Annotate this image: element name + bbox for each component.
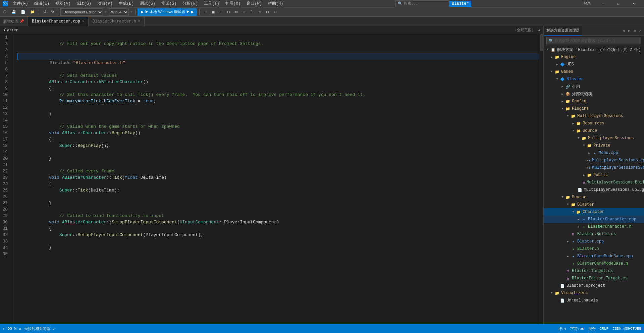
tree-blaster-char-h[interactable]: ▶ ✦ BlasterCharacter.h [544, 223, 644, 230]
toolbar-btn-5[interactable]: ⊛ [233, 8, 240, 16]
toolbar-btn-8[interactable]: ⊞ [256, 8, 263, 16]
tree-private[interactable]: ▼ 📁 Private [544, 142, 644, 149]
tree-mp-src[interactable]: ▼ 📁 MultiplayerSessions [544, 134, 644, 142]
tree-blaster-src[interactable]: ▼ 📁 Blaster [544, 201, 644, 208]
tree-public[interactable]: ▶ 📁 Public [544, 171, 644, 179]
back-button[interactable]: ⬡ [1, 8, 9, 16]
sol-exp-back-btn[interactable]: ◀ [621, 28, 626, 34]
resources-expand-icon[interactable]: ▶ [571, 121, 576, 126]
tree-resources[interactable]: ▶ 📁 Resources [544, 120, 644, 127]
tree-games[interactable]: ▼ 📁 Games [544, 68, 644, 75]
tree-mp-uplugin[interactable]: ▶ 📄 MultiplayerSessions.uplugin [544, 186, 644, 193]
menu-cpp-expand-icon[interactable]: ▶ [587, 150, 592, 156]
tree-character-folder[interactable]: ▼ 📁 Character [544, 208, 644, 216]
visualizers-expand-icon[interactable]: ▼ [549, 290, 554, 296]
menu-test[interactable]: 测试(S) [159, 0, 179, 7]
close-button[interactable]: ✕ [626, 0, 641, 7]
tree-blaster-build[interactable]: ▶ ⊞ Blaster.Build.cs [544, 230, 644, 238]
ues-expand-icon[interactable]: ▶ [554, 62, 560, 67]
menu-edit[interactable]: 编辑(E) [32, 0, 52, 7]
login-label[interactable]: 登录 [581, 1, 594, 6]
toolbar-btn-1[interactable]: ⊞ [202, 8, 209, 16]
private-expand-icon[interactable]: ▼ [581, 143, 587, 148]
tree-config[interactable]: ▶ 📁 Config [544, 98, 644, 105]
public-expand-icon[interactable]: ▶ [581, 172, 587, 178]
code-content[interactable]: // Fill out your copyright notice in the… [13, 34, 539, 324]
blaster-cpp-expand-icon[interactable]: ▶ [565, 239, 571, 244]
bc-cpp-expand-icon[interactable]: ▶ [576, 217, 581, 222]
toolbar-btn-3[interactable]: ⊡ [217, 8, 224, 16]
source-blaster-expand-icon[interactable]: ▼ [560, 195, 565, 200]
plugins-expand-icon[interactable]: ▼ [560, 106, 565, 111]
mp-sessions-expand-icon[interactable]: ▼ [565, 113, 571, 119]
menu-file[interactable]: 文件(F) [10, 0, 31, 7]
tree-blaster-h[interactable]: ▶ ✦ Blaster.h [544, 245, 644, 253]
config-expand-icon[interactable]: ▶ [560, 99, 565, 104]
menu-tools[interactable]: 工具(T) [201, 0, 222, 7]
tree-blaster-editor-target[interactable]: ▶ ⊞ BlasterEditor.Target.cs [544, 275, 644, 282]
games-expand-icon[interactable]: ▼ [549, 69, 554, 74]
tree-plugins[interactable]: ▼ 📁 Plugins [544, 105, 644, 112]
blaster-src-expand-icon[interactable]: ▼ [565, 202, 571, 207]
tree-blaster-char-cpp[interactable]: ▶ ✦ BlasterCharacter.cpp [544, 216, 644, 223]
platform-dropdown[interactable]: Win64 [108, 8, 129, 16]
toolbar-btn-10[interactable]: ⊙ [272, 8, 279, 16]
toolbar-btn-9[interactable]: ⊟ [264, 8, 271, 16]
tree-mp-sessions-cpp[interactable]: ▶ ✦ MultiplayerSessions.cpp [544, 157, 644, 164]
undo-button[interactable]: ↺ [41, 8, 48, 16]
tree-ues[interactable]: ▶ 🔷 UES [544, 61, 644, 68]
tree-blaster-gamemode-h[interactable]: ▶ ✦ BlasterGameModeBase.h [544, 260, 644, 267]
tab-blaster-character-cpp[interactable]: BlasterCharacter.cpp × [28, 17, 89, 26]
tree-references[interactable]: ▶ 🔗 引用 [544, 83, 644, 90]
tree-visualizers[interactable]: ▼ 📁 Visualizers [544, 289, 644, 297]
toolbar-btn-7[interactable]: ⚐ [248, 8, 256, 16]
tree-engine[interactable]: ▶ 📁 Engine [544, 53, 644, 61]
tree-source-blaster[interactable]: ▼ 📁 Source [544, 193, 644, 201]
scroll-up-icon[interactable]: ▲ [538, 28, 540, 32]
open-file-button[interactable]: 📁 [28, 8, 37, 16]
gamemode-cpp-expand-icon[interactable]: ▶ [565, 254, 571, 259]
save-file-button[interactable]: 💾 [9, 8, 18, 16]
tree-mp-sessions[interactable]: ▼ 📁 MultiplayerSessions [544, 112, 644, 120]
tree-blaster-project[interactable]: ▼ 🔷 Blaster [544, 75, 644, 83]
menu-help[interactable]: 帮助(H) [265, 0, 286, 7]
tree-blaster-uproject[interactable]: ▶ 📄 Blaster.uproject [544, 282, 644, 289]
menu-git[interactable]: Git(G) [74, 1, 94, 7]
new-feature-button[interactable]: 新增功能 📌 [0, 17, 28, 26]
tree-unreal-natvis[interactable]: ▶ 📄 Unreal.natvis [544, 297, 644, 304]
tab-close-cpp[interactable]: × [82, 20, 84, 23]
menu-window[interactable]: 窗口(W) [244, 0, 265, 7]
character-expand-icon[interactable]: ▼ [571, 209, 576, 215]
toolbar-btn-4[interactable]: ⊟ [225, 8, 232, 16]
new-file-button[interactable]: 📄 [19, 8, 28, 16]
minimize-button[interactable]: — [595, 0, 610, 7]
zoom-level[interactable]: 90 % [8, 327, 16, 331]
toolbar-btn-6[interactable]: ⊕ [240, 8, 248, 16]
sol-exp-close-btn[interactable]: × [638, 28, 643, 34]
sol-exp-fwd-btn[interactable]: ▶ [627, 28, 632, 34]
mp-src-expand-icon[interactable]: ▼ [576, 135, 581, 141]
tree-mp-subsystem[interactable]: ▶ ✦ MultiplayerSessionsSubsystem.c [544, 164, 644, 171]
menu-debug[interactable]: 调试(S) [137, 0, 158, 7]
sol-exp-layout-btn[interactable]: ⊞ [632, 28, 637, 34]
bc-h-expand-icon[interactable]: ▶ [576, 224, 581, 229]
root-expand-icon[interactable]: ▼ [545, 47, 550, 52]
references-expand-icon[interactable]: ▶ [560, 84, 565, 89]
source-mp-expand-icon[interactable]: ▼ [571, 128, 576, 133]
menu-build[interactable]: 生成(B) [116, 0, 137, 7]
tree-external[interactable]: ▶ 📦 外部依赖项 [544, 90, 644, 98]
tree-source-mp[interactable]: ▼ 📁 Source [544, 127, 644, 134]
toolbar-btn-2[interactable]: ▣ [209, 8, 217, 16]
scroll-thumb[interactable] [540, 34, 543, 51]
tree-blaster-target[interactable]: ▶ ⊞ Blaster.Target.cs [544, 267, 644, 275]
blaster-expand-icon[interactable]: ▼ [554, 76, 560, 82]
tree-menu-cpp[interactable]: ▶ ✦ Menu.cpp [544, 149, 644, 157]
tree-blaster-cpp[interactable]: ▶ ✦ Blaster.cpp [544, 238, 644, 245]
tree-root[interactable]: ▼ 📋 解决方案 'Blaster' (2 个项目，共 2 个) [544, 46, 644, 53]
tree-blaster-gamemode-cpp[interactable]: ▶ ✦ BlasterGameModeBase.cpp [544, 253, 644, 260]
tree-mp-build[interactable]: ▶ ⊞ MultiplayerSessions.Build.cs [544, 179, 644, 186]
config-dropdown[interactable]: Development Editor [60, 8, 103, 16]
tab-blaster-character-h[interactable]: BlasterCharacter.h × [89, 17, 145, 26]
external-expand-icon[interactable]: ▶ [560, 91, 565, 97]
redo-button[interactable]: ↻ [49, 8, 56, 16]
